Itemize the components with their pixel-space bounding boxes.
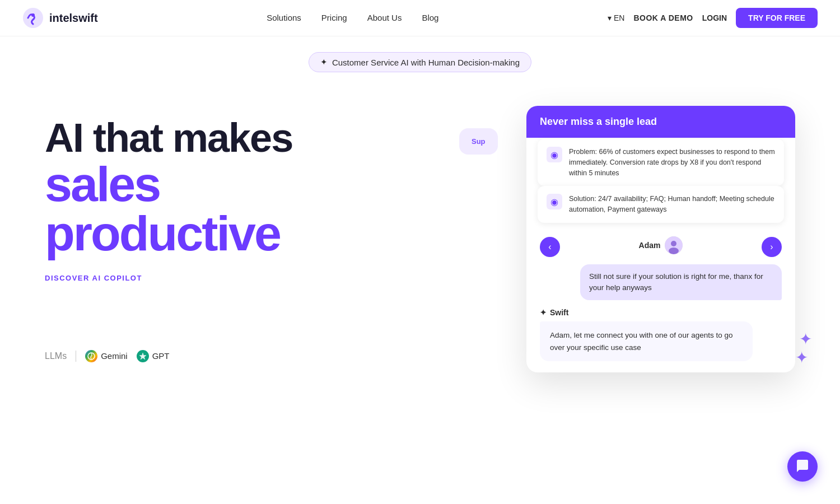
nav-arrow-left[interactable]: ‹	[540, 237, 560, 257]
svg-point-7	[671, 241, 676, 246]
gemini-label: Gemini	[101, 351, 128, 361]
chevron-down-icon: ▾	[608, 13, 612, 22]
llm-gemini: Gemini	[85, 350, 128, 362]
logo-link[interactable]: intelswift	[22, 7, 98, 29]
adam-name-label: Adam	[639, 241, 661, 250]
svg-point-8	[669, 248, 679, 254]
user-message-bubble: Still not sure if your solution is right…	[580, 264, 782, 301]
info-card-solution: ◉ Solution: 24/7 availability; FAQ; Huma…	[538, 186, 784, 223]
chat-header: Never miss a single lead	[526, 106, 795, 138]
gpt-icon	[137, 350, 149, 362]
nav-right: ▾ EN BOOK A DEMO LOGIN TRY FOR FREE	[608, 8, 818, 28]
float-chat-button[interactable]	[787, 451, 818, 482]
chat-body: ‹ Adam › Still not s	[526, 227, 795, 373]
llms-label: LLMs	[45, 351, 67, 361]
navbar: intelswift Solutions Pricing About Us Bl…	[0, 0, 840, 36]
hero-badge-text: Customer Service AI with Human Decision-…	[332, 58, 520, 67]
sparkle-swift-icon: ✦	[540, 308, 547, 317]
gemini-icon	[85, 350, 97, 362]
chat-header-title: Never miss a single lead	[540, 116, 782, 128]
hero-title: AI that makes sales productive	[45, 117, 448, 258]
llm-gpt: GPT	[137, 350, 170, 362]
nav-pricing[interactable]: Pricing	[321, 13, 347, 22]
hero-badge: ✦ Customer Service AI with Human Decisio…	[309, 52, 531, 72]
swift-name: Swift	[550, 308, 568, 317]
try-free-button[interactable]: TRY FOR FREE	[736, 8, 818, 28]
hero-line1: AI that makes	[45, 115, 292, 160]
svg-point-0	[23, 8, 43, 28]
hero-line2: sales	[45, 160, 448, 209]
llms-divider	[76, 351, 76, 362]
adam-avatar	[665, 236, 683, 254]
svg-point-1	[31, 13, 35, 17]
lang-label: EN	[614, 13, 624, 22]
hero-line3: productive	[45, 209, 448, 258]
discover-link[interactable]: DISCOVER AI COPILOT	[45, 274, 142, 282]
logo-icon	[22, 7, 44, 29]
gpt-label: GPT	[152, 351, 170, 361]
swift-section: ✦ Swift Adam, let me connect you with on…	[540, 308, 782, 361]
nav-arrow-right[interactable]: ›	[762, 237, 782, 257]
hero-badge-wrapper: ✦ Customer Service AI with Human Decisio…	[0, 52, 840, 72]
login-button[interactable]: LOGIN	[702, 13, 727, 22]
llms-row: LLMs Gemini GPT	[45, 350, 448, 362]
nav-blog[interactable]: Blog	[422, 13, 438, 22]
swift-label: ✦ Swift	[540, 308, 782, 317]
info-text-problem: Problem: 66% of customers expect busines…	[569, 147, 775, 178]
info-dot-2: ◉	[547, 194, 562, 209]
adam-row: Adam	[639, 236, 683, 254]
book-demo-button[interactable]: BOOK A DEMO	[633, 13, 693, 22]
nav-links: Solutions Pricing About Us Blog	[267, 13, 438, 23]
info-card-problem: ◉ Problem: 66% of customers expect busin…	[538, 139, 784, 186]
chat-card: Never miss a single lead ◉ Problem: 66% …	[526, 106, 795, 372]
swift-message-bubble: Adam, let me connect you with one of our…	[540, 321, 753, 361]
nav-about[interactable]: About Us	[367, 13, 402, 22]
logo-text: intelswift	[49, 12, 98, 25]
hero-right: Sup ✦ ✦ ✦ Never miss a single lead ◉ Pro…	[470, 106, 795, 397]
chat-nav: ‹ Adam ›	[540, 236, 782, 258]
bg-card-left: Sup	[459, 128, 498, 155]
info-text-solution: Solution: 24/7 availability; FAQ; Human …	[569, 194, 775, 215]
nav-solutions[interactable]: Solutions	[267, 13, 301, 22]
lang-selector[interactable]: ▾ EN	[608, 13, 624, 22]
hero-left: AI that makes sales productive DISCOVER …	[45, 106, 448, 362]
sparkle-icon: ✦	[320, 57, 328, 67]
info-dot-1: ◉	[547, 147, 562, 162]
hero-section: AI that makes sales productive DISCOVER …	[0, 72, 840, 419]
